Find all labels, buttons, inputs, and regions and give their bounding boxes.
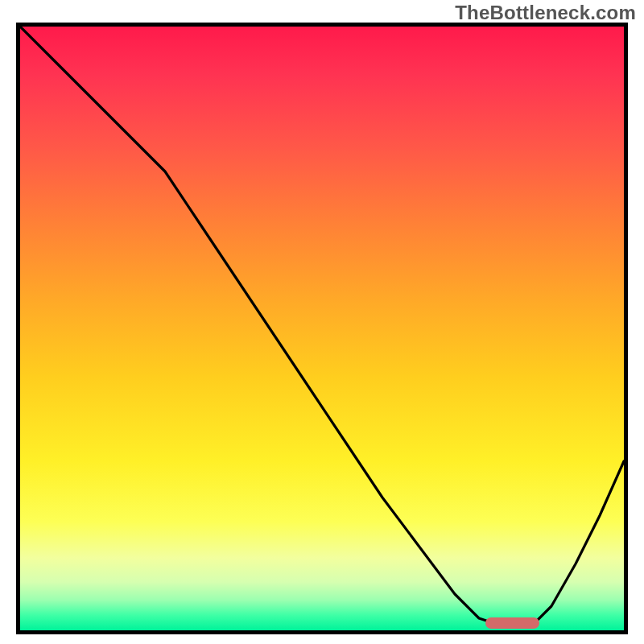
chart-container: TheBottleneck.com: [0, 0, 644, 644]
plot-frame: [16, 23, 628, 634]
bottleneck-curve: [20, 27, 624, 630]
watermark-text: TheBottleneck.com: [455, 2, 636, 24]
optimal-range-marker: [485, 617, 540, 629]
